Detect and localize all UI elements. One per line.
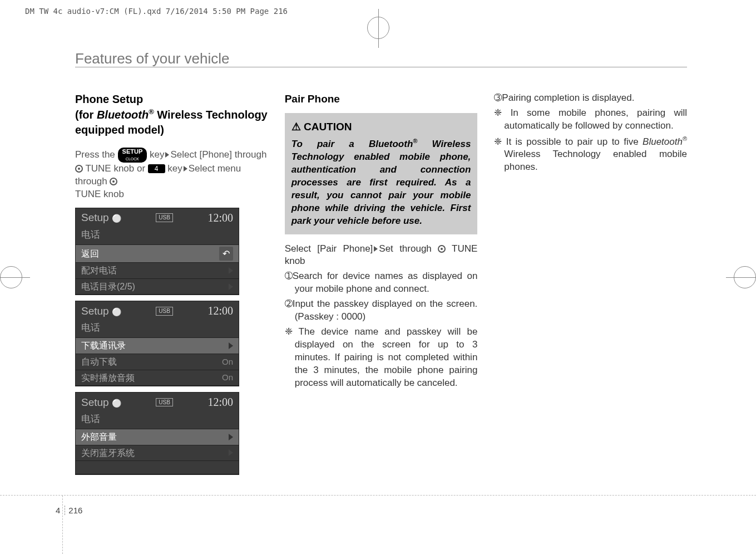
- snow-sym: ❈: [494, 136, 502, 146]
- ss3-header: Setup ⚪ USB 12:00: [76, 393, 239, 412]
- note-auto-connect: ❈ In some mobile phones, pairing will au…: [494, 107, 687, 133]
- crop-mark-top: [367, 17, 389, 39]
- key-4-icon: 4: [148, 164, 165, 173]
- ss-time: 12:00: [207, 303, 233, 318]
- ss-time: 12:00: [207, 210, 233, 225]
- crop-mark-left: [0, 266, 22, 288]
- ss2-row-download: 下载通讯录: [76, 338, 239, 354]
- ss1-row-pair: 配对电话: [76, 263, 239, 279]
- phone-setup-heading: Phone Setup (for Bluetooth® Wireless Tec…: [75, 92, 268, 138]
- bluetooth-icon: ⚪: [112, 307, 121, 316]
- screenshot-1: Setup ⚪ USB 12:00 电话 返回↶ 配对电话 电话目录(2/5): [75, 208, 239, 296]
- snow2-post: Wireless Technology enabled mobile phone…: [504, 149, 687, 172]
- select-phone: Select [Phone] through: [170, 149, 266, 160]
- usb-badge: USB: [156, 398, 173, 407]
- select-pre: Select [Pair Phone]: [285, 243, 373, 254]
- back-icon: ↶: [219, 247, 233, 261]
- knob-icon: [75, 165, 83, 173]
- snow-sym: ❈: [494, 107, 502, 118]
- heading-bluetooth: Bluetooth: [97, 109, 149, 121]
- step3-num: ➂: [494, 92, 502, 103]
- press-key: key: [150, 149, 164, 160]
- ss-setup-label: Setup: [81, 305, 109, 317]
- ss1-subtitle: 电话: [76, 228, 239, 245]
- snow1-text: The device name and passkey will be disp…: [293, 326, 478, 388]
- ss2-r3-label: 实时播放音频: [81, 372, 135, 384]
- ss2-r3-val: On: [222, 372, 233, 383]
- ss2-r1-label: 下载通讯录: [81, 340, 126, 352]
- ss3-row-volume: 外部音量: [76, 429, 239, 445]
- screenshot-2: Setup ⚪ USB 12:00 电话 下载通讯录 自动下载On 实时播放音频…: [75, 301, 239, 386]
- snow2-pre: It is possible to pair up to five: [502, 136, 643, 146]
- crop-mark-right: [734, 266, 756, 288]
- select-pair-instruction: Select [Pair Phone]Set through TUNE knob: [285, 243, 478, 268]
- tune-knob-or: TUNE knob or: [83, 163, 148, 174]
- step3-text: Pairing completion is displayed.: [502, 92, 634, 103]
- arrow-icon: [229, 449, 233, 456]
- triangle-icon: [165, 152, 169, 158]
- column-3: ➂Pairing completion is displayed. ❈ In s…: [494, 92, 687, 475]
- screenshot-3: Setup ⚪ USB 12:00 电话 外部音量 关闭蓝牙系统: [75, 392, 239, 475]
- ss3-row-empty: [76, 461, 239, 474]
- ss2-r2-label: 自动下载: [81, 356, 117, 368]
- ss2-subtitle: 电话: [76, 321, 239, 338]
- ss3-r1-label: 外部音量: [81, 431, 117, 443]
- caution-pre: To pair a Bluetooth: [291, 139, 413, 149]
- caution-box: CAUTION To pair a Bluetooth® Wireless Te…: [285, 113, 478, 234]
- bluetooth-icon: ⚪: [112, 399, 121, 408]
- column-1: Phone Setup (for Bluetooth® Wireless Tec…: [75, 92, 268, 475]
- ss-setup-label: Setup: [81, 396, 109, 408]
- pair-phone-heading: Pair Phone: [285, 92, 478, 106]
- triangle-icon: [374, 246, 378, 252]
- ss1-row-phonebook: 电话目录(2/5): [76, 279, 239, 295]
- arrow-icon: [229, 283, 233, 290]
- usb-badge: USB: [156, 307, 173, 316]
- content-columns: Phone Setup (for Bluetooth® Wireless Tec…: [75, 92, 687, 475]
- section-underline: [75, 67, 687, 67]
- note-pair-five: ❈ It is possible to pair up to five Blue…: [494, 135, 687, 174]
- caution-title: CAUTION: [291, 120, 471, 134]
- snow2-bt: Bluetooth: [643, 136, 683, 146]
- caution-post: Wireless Technology enabled mobile phone…: [291, 139, 471, 226]
- section-title: Features of your vehicle: [75, 50, 229, 67]
- select-mid: Set through: [379, 243, 438, 254]
- ss1-r1-label: 返回: [81, 248, 99, 260]
- ss3-row-btoff: 关闭蓝牙系统: [76, 445, 239, 462]
- press-pre: Press the: [75, 149, 118, 160]
- step-2: ➁Input the passkey displayed on the scre…: [285, 298, 478, 323]
- heading-sup: ®: [149, 107, 154, 116]
- key-txt: key: [165, 163, 182, 174]
- page-number: 216: [68, 506, 82, 515]
- ss1-row-back: 返回↶: [76, 245, 239, 263]
- page-footer: 4216: [56, 506, 82, 515]
- note-passkey: ❈ The device name and passkey will be di…: [285, 326, 478, 390]
- arrow-icon: [229, 434, 233, 440]
- snow-sym: ❈: [285, 326, 293, 337]
- bluetooth-icon: ⚪: [112, 214, 121, 223]
- column-2: Pair Phone CAUTION To pair a Bluetooth® …: [285, 92, 478, 475]
- chapter-number: 4: [56, 506, 65, 515]
- caution-text: To pair a Bluetooth® Wireless Technology…: [291, 137, 471, 227]
- dashed-line-horizontal: [0, 495, 756, 496]
- ss2-r2-val: On: [222, 356, 233, 367]
- file-header: DM TW 4c audio-v7:CM (FL).qxd 7/16/2014 …: [25, 7, 288, 16]
- step2-text: Input the passkey displayed on the scree…: [293, 298, 478, 322]
- usb-badge: USB: [156, 213, 173, 222]
- ss2-header: Setup ⚪ USB 12:00: [76, 301, 239, 321]
- ss3-subtitle: 电话: [76, 412, 239, 429]
- ss2-row-audio: 实时播放音频On: [76, 370, 239, 386]
- ss1-r2-label: 配对电话: [81, 264, 117, 277]
- arrow-icon: [229, 342, 233, 349]
- ss1-header: Setup ⚪ USB 12:00: [76, 208, 239, 228]
- dashed-line-vertical: [62, 496, 63, 554]
- step-1: ➀Search for device names as displayed on…: [285, 270, 478, 296]
- ss-time: 12:00: [207, 395, 233, 410]
- step-3: ➂Pairing completion is displayed.: [494, 92, 687, 105]
- tune-knob-2: TUNE knob: [75, 189, 124, 199]
- knob-icon: [438, 245, 446, 253]
- snow1-text: In some mobile phones, pairing will auto…: [502, 107, 687, 131]
- step1-num: ➀: [285, 271, 293, 281]
- press-instructions: Press the SETUPCLOCK keySelect [Phone] t…: [75, 148, 268, 201]
- ss-setup-label: Setup: [81, 212, 109, 223]
- heading-line1: Phone Setup: [75, 93, 143, 105]
